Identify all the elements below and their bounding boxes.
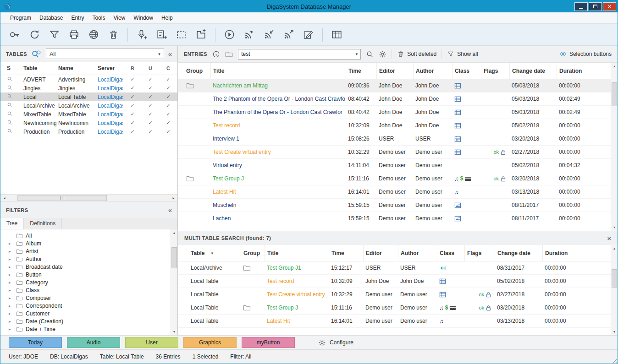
tab-definitions[interactable]: Definitions (24, 218, 62, 229)
tables-filter-dropdown[interactable]: All ▾ (46, 49, 164, 59)
scrollbar-thumb[interactable] (612, 82, 617, 106)
expand-arrow-icon[interactable]: ▸ (9, 249, 13, 254)
menu-database[interactable]: Database (35, 15, 67, 21)
delete-button[interactable] (104, 26, 123, 43)
filter-tree-item[interactable]: ▸ Category (0, 278, 171, 286)
filter-tree-item[interactable]: ▸ Button (0, 271, 171, 278)
column-header-c[interactable]: C (159, 65, 176, 71)
quick-button-mybutton[interactable]: myButton (242, 337, 295, 348)
column-header-table[interactable]: Table (22, 65, 56, 71)
search-result-row[interactable]: Local Table Test Create virtual entry 10… (178, 288, 611, 301)
scroll-up-button[interactable]: ▲ (611, 245, 618, 252)
entry-row[interactable]: Test Group J 15:11:16 Demo user Demo use… (178, 172, 611, 185)
expand-arrow-icon[interactable]: ▸ (9, 280, 13, 285)
search-result-row[interactable]: Local Table Test record 10:32:09 John Do… (178, 275, 611, 288)
column-header-title[interactable]: Title (265, 245, 329, 261)
filter-tree-item[interactable]: ▸ Composer (0, 294, 171, 302)
entry-row[interactable]: Lachen 15:59:15 Demo user Demo user 08/1… (178, 212, 611, 225)
entry-row[interactable]: Muscheln 15:59:15 Demo user Demo user 08… (178, 199, 611, 212)
chevron-down-icon[interactable]: ▾ (356, 52, 358, 56)
column-header-group[interactable]: Group (241, 245, 265, 261)
scroll-up-button[interactable]: ▲ (611, 63, 618, 70)
horizontal-scrollbar[interactable]: ◂ ▸ (0, 194, 177, 202)
column-header-time[interactable]: Time (346, 63, 376, 79)
vertical-scrollbar[interactable]: ▲ ▼ (611, 63, 618, 231)
scroll-up-button[interactable]: ▲ (171, 229, 177, 236)
show-all-button[interactable]: Show all (447, 50, 478, 58)
record-entry-button[interactable] (132, 26, 152, 43)
entry-row[interactable]: The Phantom of the Opera Or - London Cas… (178, 106, 611, 119)
close-icon[interactable]: × (607, 234, 611, 242)
selection-buttons-toggle[interactable]: Selection buttons (559, 50, 612, 58)
column-header-change-date[interactable]: Change date (509, 63, 557, 79)
search-tables-icon[interactable] (31, 49, 42, 59)
column-header-author[interactable]: Author (398, 245, 437, 261)
tab-tree[interactable]: Tree (0, 218, 24, 229)
expand-arrow-icon[interactable]: ▸ (9, 319, 13, 324)
titlebar[interactable]: DigaSystem Database Manager × (0, 0, 618, 12)
scrollbar-thumb[interactable] (17, 195, 107, 201)
web-button[interactable] (84, 26, 104, 43)
quick-button-graphics[interactable]: Graphics (183, 337, 237, 348)
filter-tree-item[interactable]: ▸ Date (Creation) (0, 317, 171, 325)
table-row[interactable]: NewIncomings NewIncomin LocalDigas ✓ ✓ ✓ (0, 119, 177, 127)
vertical-scrollbar[interactable]: ▲ ▼ (611, 245, 618, 335)
collapse-tables-button[interactable]: « (168, 50, 172, 58)
menu-view[interactable]: View (109, 15, 129, 21)
chevron-down-icon[interactable]: ▾ (211, 251, 213, 255)
entry-row[interactable]: Virtual entry 14:11:04 Demo user Demo us… (178, 159, 611, 172)
expand-arrow-icon[interactable]: ▸ (9, 327, 13, 331)
menu-entry[interactable]: Entry (67, 15, 88, 21)
soft-deleted-button[interactable]: Soft deleted (397, 50, 436, 58)
table-row[interactable]: Production Production LocalDigas ✓ ✓ ✓ (0, 127, 177, 136)
expand-arrow-icon[interactable]: ▸ (9, 304, 13, 308)
filter-tree-item[interactable]: ▸ Artist (0, 247, 171, 255)
configure-button[interactable]: Configure (318, 339, 353, 347)
entry-row[interactable]: The 2 Phantom of the Opera Or - London C… (178, 92, 611, 106)
column-header-flags[interactable]: Flags (481, 63, 509, 79)
column-header-author[interactable]: Author (413, 63, 452, 79)
table-row[interactable]: LocalArchive LocalArchive LocalDigas ✓ ✓… (0, 101, 177, 110)
scroll-right-button[interactable]: ▸ (170, 195, 177, 201)
scrollbar-track[interactable] (611, 252, 618, 328)
scrollbar-thumb[interactable] (171, 247, 177, 268)
filter-tree-item[interactable]: ▸ Broadcast date (0, 263, 171, 271)
quick-button-user[interactable]: User (125, 337, 178, 348)
menu-window[interactable]: Window (129, 15, 157, 21)
entry-row[interactable]: Test record 10:32:09 John Doe John Doe 0… (178, 119, 611, 132)
refresh-button[interactable] (25, 26, 44, 43)
scroll-down-button[interactable]: ▼ (611, 328, 618, 335)
open-group-button[interactable] (225, 50, 233, 58)
search-button[interactable] (366, 50, 374, 58)
menu-tools[interactable]: Tools (88, 15, 109, 21)
table-row[interactable]: Jingles Jingles LocalDigas ✓ ✓ ✓ (0, 84, 177, 92)
column-header-duration[interactable]: Duration (557, 63, 611, 79)
menu-help[interactable]: Help (157, 15, 177, 21)
menu-program[interactable]: Program (6, 15, 35, 21)
filter-tree-item-all[interactable]: All (0, 232, 171, 239)
column-header-title[interactable]: Title (210, 63, 346, 79)
column-header-change-date[interactable]: Change date (495, 245, 542, 261)
expand-arrow-icon[interactable]: ▸ (9, 272, 13, 277)
search-input[interactable] (241, 51, 355, 57)
entry-search-combobox[interactable]: ▾ (238, 49, 361, 60)
selection-mode-button[interactable] (171, 26, 191, 43)
scrollbar-thumb[interactable] (612, 269, 617, 288)
entry-row-selected[interactable]: Nachrichten am Mittag 09:00:36 John Doe … (178, 79, 611, 92)
maximize-button[interactable] (589, 2, 602, 11)
scroll-left-button[interactable]: ◂ (0, 195, 8, 201)
column-header-flags[interactable]: Flags (464, 245, 495, 261)
table-row[interactable]: ADVERT Advertising LocalDigas ✓ ✓ ✓ (0, 75, 177, 84)
filter-button[interactable] (44, 26, 64, 43)
column-layout-button[interactable] (327, 26, 347, 43)
quick-button-today[interactable]: Today (9, 337, 62, 348)
column-header-class[interactable]: Class (437, 245, 464, 261)
column-header-s[interactable]: S (5, 65, 22, 71)
entry-row[interactable]: Latest Hit 16:14:01 Demo user Demo user … (178, 185, 611, 199)
table-row[interactable]: MixedTable MixedTable LocalDigas ✓ ✓ ✓ (0, 110, 177, 119)
column-header-name[interactable]: Name (56, 65, 96, 71)
minimize-button[interactable] (574, 2, 588, 11)
scrollbar-track[interactable] (8, 195, 170, 201)
column-header-u[interactable]: U (140, 65, 159, 71)
search-settings-button[interactable] (379, 50, 386, 58)
